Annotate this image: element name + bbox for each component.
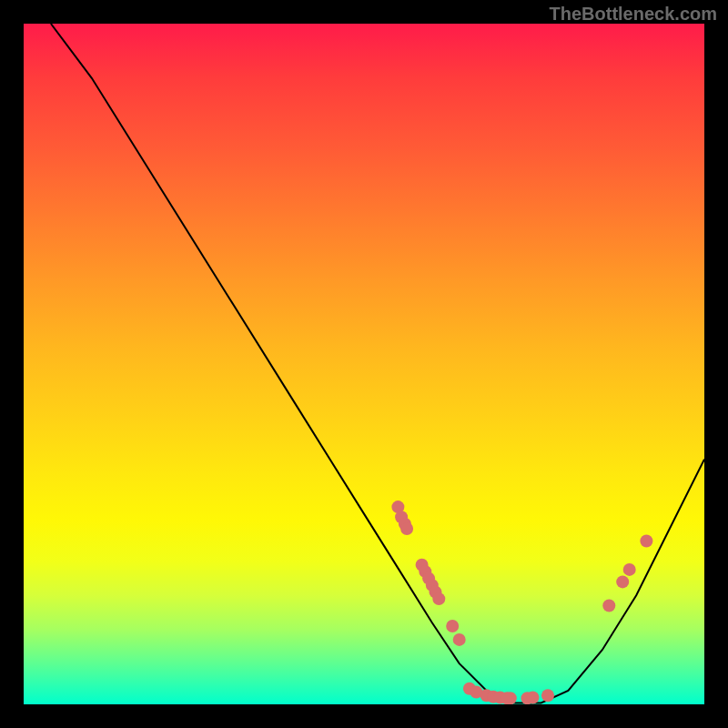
data-point: [504, 692, 517, 704]
data-points: [391, 500, 652, 704]
watermark-text: TheBottleneck.com: [550, 4, 717, 25]
data-point: [432, 592, 445, 605]
data-point: [616, 575, 629, 588]
data-point: [602, 600, 615, 612]
data-point: [623, 563, 636, 576]
chart-svg: [24, 24, 704, 704]
data-point: [640, 535, 652, 548]
data-point: [400, 522, 413, 535]
data-point: [446, 620, 459, 632]
data-point: [541, 689, 554, 702]
data-point: [453, 633, 466, 646]
data-point: [527, 692, 540, 704]
plot-area: [24, 24, 704, 704]
